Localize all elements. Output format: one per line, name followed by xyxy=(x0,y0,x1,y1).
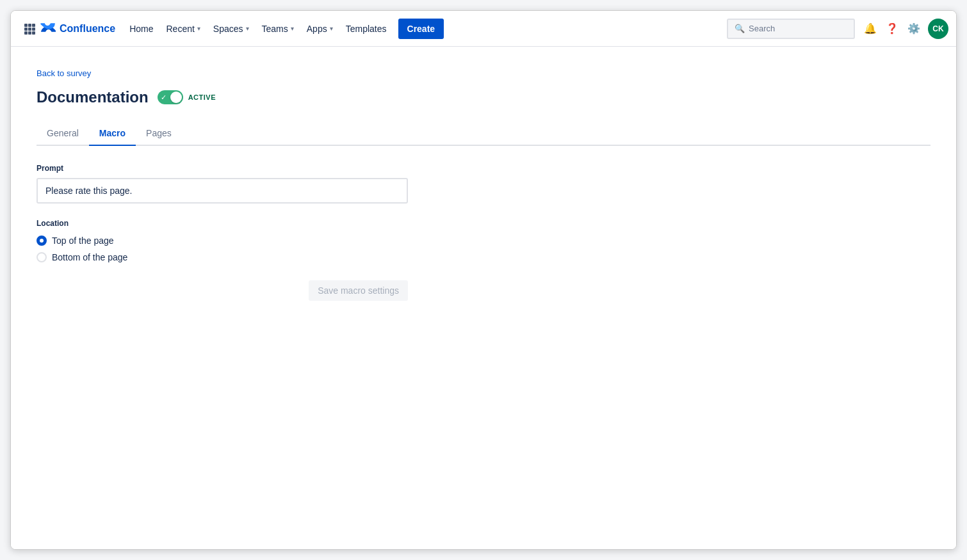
svg-rect-3 xyxy=(24,28,28,31)
svg-rect-7 xyxy=(28,31,31,35)
search-placeholder: Search xyxy=(749,24,775,33)
radio-top-indicator xyxy=(37,236,47,246)
location-radio-group: Top of the page Bottom of the page xyxy=(37,236,930,262)
teams-chevron-icon: ▾ xyxy=(291,25,294,32)
radio-top-label: Top of the page xyxy=(52,236,114,246)
search-icon: 🔍 xyxy=(735,24,745,33)
confluence-logo-icon xyxy=(40,20,56,38)
nav-action-icons: 🔔 ❓ ⚙️ CK xyxy=(860,19,948,39)
page-title: Documentation xyxy=(37,88,149,106)
nav-home[interactable]: Home xyxy=(123,11,159,46)
nav-apps[interactable]: Apps ▾ xyxy=(300,11,339,46)
active-badge: ACTIVE xyxy=(188,93,216,101)
navbar: Confluence Home Recent ▾ Spaces ▾ Teams … xyxy=(11,11,956,47)
toggle-knob xyxy=(170,92,182,103)
active-toggle[interactable]: ✓ xyxy=(158,90,183,104)
svg-rect-1 xyxy=(28,24,31,27)
svg-rect-4 xyxy=(28,28,31,31)
nav-spaces[interactable]: Spaces ▾ xyxy=(207,11,256,46)
nav-recent[interactable]: Recent ▾ xyxy=(159,11,206,46)
user-avatar[interactable]: CK xyxy=(928,19,948,39)
notification-bell-icon[interactable]: 🔔 xyxy=(860,19,881,39)
nav-teams[interactable]: Teams ▾ xyxy=(256,11,300,46)
save-button-wrap: Save macro settings xyxy=(37,280,408,301)
search-bar[interactable]: 🔍 Search xyxy=(727,19,855,39)
logo-text: Confluence xyxy=(60,23,115,35)
svg-rect-5 xyxy=(32,28,35,31)
settings-gear-icon[interactable]: ⚙️ xyxy=(904,19,924,39)
location-label: Location xyxy=(37,219,930,228)
macro-form: Prompt Location Top of the page Bottom o… xyxy=(37,164,930,301)
radio-bottom-label: Bottom of the page xyxy=(52,252,127,262)
radio-top-of-page[interactable]: Top of the page xyxy=(37,236,930,246)
tab-pages[interactable]: Pages xyxy=(136,122,182,146)
page-title-row: Documentation ✓ ACTIVE xyxy=(37,88,930,106)
tab-bar: General Macro Pages xyxy=(37,122,930,146)
radio-bottom-of-page[interactable]: Bottom of the page xyxy=(37,252,930,262)
svg-rect-8 xyxy=(32,31,35,35)
svg-rect-0 xyxy=(24,24,28,27)
radio-bottom-indicator xyxy=(37,252,47,262)
grid-icon-button[interactable] xyxy=(19,18,40,40)
spaces-chevron-icon: ▾ xyxy=(246,25,249,32)
prompt-input[interactable] xyxy=(37,178,408,204)
create-button[interactable]: Create xyxy=(398,19,444,39)
tab-macro[interactable]: Macro xyxy=(89,122,136,146)
back-to-survey-link[interactable]: Back to survey xyxy=(37,68,91,78)
prompt-label: Prompt xyxy=(37,164,930,173)
active-toggle-wrap: ✓ ACTIVE xyxy=(158,90,216,104)
recent-chevron-icon: ▾ xyxy=(197,25,200,32)
confluence-logo[interactable]: Confluence xyxy=(40,20,115,38)
apps-chevron-icon: ▾ xyxy=(330,25,333,32)
svg-rect-2 xyxy=(32,24,35,27)
save-macro-settings-button[interactable]: Save macro settings xyxy=(309,280,408,301)
nav-links: Home Recent ▾ Spaces ▾ Teams ▾ Apps ▾ Te… xyxy=(123,11,444,46)
svg-rect-6 xyxy=(24,31,28,35)
tab-general[interactable]: General xyxy=(37,122,89,146)
help-icon[interactable]: ❓ xyxy=(882,19,902,39)
nav-templates[interactable]: Templates xyxy=(339,11,393,46)
main-content: Back to survey Documentation ✓ ACTIVE Ge… xyxy=(11,47,956,549)
toggle-check-icon: ✓ xyxy=(161,93,167,102)
